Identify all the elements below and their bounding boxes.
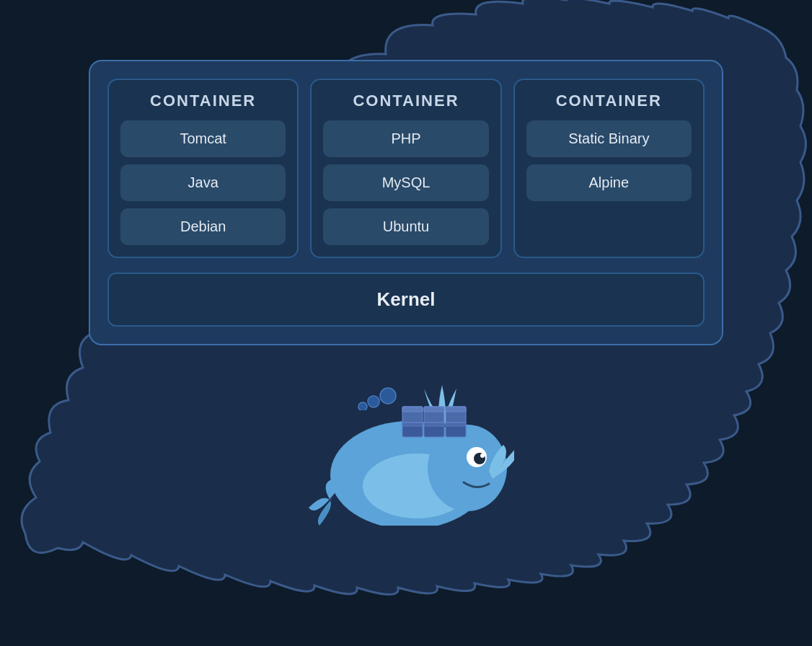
containers-row: CONTAINER Tomcat Java Debian CONTAINER P… — [107, 79, 705, 258]
svg-point-2 — [368, 396, 379, 407]
svg-rect-19 — [424, 407, 444, 412]
container-1-layer-0: Tomcat — [120, 120, 286, 157]
container-2-layer-1: MySQL — [323, 164, 488, 201]
container-2-layer-0: PHP — [323, 120, 488, 157]
kernel-bar: Kernel — [107, 273, 705, 327]
container-1-label: CONTAINER — [120, 92, 286, 110]
svg-point-1 — [358, 402, 367, 410]
container-3-label: CONTAINER — [526, 92, 692, 110]
svg-rect-21 — [446, 407, 466, 412]
kernel-label: Kernel — [377, 288, 436, 310]
container-3-layer-1: Alpine — [526, 164, 692, 201]
container-1-layer-2: Debian — [120, 208, 286, 245]
container-1-layer-1: Java — [120, 164, 286, 201]
svg-point-3 — [380, 388, 396, 404]
docker-diagram: CONTAINER Tomcat Java Debian CONTAINER P… — [89, 60, 723, 345]
container-1: CONTAINER Tomcat Java Debian — [107, 79, 299, 258]
docker-whale — [298, 367, 514, 526]
container-3-layer-0: Static Binary — [526, 120, 692, 157]
container-3: CONTAINER Static Binary Alpine — [513, 79, 705, 258]
container-2-layer-2: Ubuntu — [323, 208, 488, 245]
container-2-label: CONTAINER — [323, 92, 488, 110]
svg-point-9 — [480, 453, 485, 458]
container-2: CONTAINER PHP MySQL Ubuntu — [310, 79, 501, 258]
